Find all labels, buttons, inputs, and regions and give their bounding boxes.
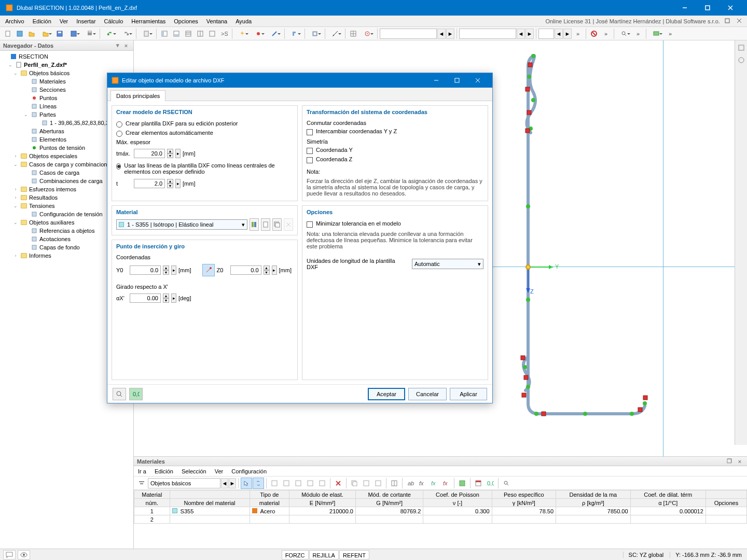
panel3-icon[interactable]	[183, 28, 194, 39]
sc-next-icon[interactable]: ►	[563, 29, 572, 39]
side-tool-1-icon[interactable]	[736, 43, 746, 53]
status-toggle-forzc[interactable]: FORZC	[282, 550, 309, 559]
status-msg-icon[interactable]	[3, 550, 16, 559]
dialog-maximize-icon[interactable]	[447, 73, 467, 88]
bp-cat-next-icon[interactable]: ►	[229, 478, 236, 488]
point-tool-icon[interactable]	[251, 28, 266, 39]
help-icon[interactable]	[113, 388, 126, 400]
undo-icon[interactable]	[102, 28, 118, 39]
bp-menu-selección[interactable]: Selección	[177, 466, 211, 476]
mat-new-icon[interactable]	[261, 218, 270, 231]
menu-archivo[interactable]: Archivo	[1, 16, 29, 26]
mat-lib-icon[interactable]	[250, 218, 259, 231]
bp-delete-icon[interactable]	[333, 478, 344, 489]
more2-icon[interactable]: »	[632, 28, 644, 39]
status-eye-icon[interactable]	[18, 550, 30, 559]
bp-copy-icon[interactable]	[349, 478, 360, 489]
dialog-close-icon[interactable]	[467, 73, 488, 88]
more3-icon[interactable]: »	[665, 28, 676, 39]
minimize-button[interactable]	[673, 0, 696, 16]
bp-font-icon[interactable]: ab	[405, 478, 416, 489]
nav-pin-icon[interactable]: ▾	[114, 41, 122, 50]
bp-t4-icon[interactable]	[305, 478, 316, 489]
maximize-button[interactable]	[696, 0, 719, 16]
bp-units-icon[interactable]: 0,00	[485, 478, 496, 489]
menu-herramientas[interactable]: Herramientas	[127, 16, 170, 26]
radio-template[interactable]: Crear plantilla DXF para su edición post…	[116, 120, 293, 128]
check-sym-z[interactable]: Coordenada Z	[307, 156, 483, 163]
status-toggle-rejilla[interactable]: REJILLA	[309, 550, 339, 559]
material-combo[interactable]: 1 - S355 | Isótropo | Elástico lineal ▾	[116, 219, 247, 230]
bp-menu-edición[interactable]: Edición	[150, 466, 177, 476]
y0-slider-icon[interactable]: ▸	[171, 265, 176, 275]
bp-cal-icon[interactable]	[473, 478, 484, 489]
y0-down-icon[interactable]: ▼	[163, 270, 169, 275]
bp-layout-icon[interactable]	[389, 478, 400, 489]
bp-sync-icon[interactable]	[253, 478, 264, 489]
bp-fx-icon[interactable]: fx	[417, 478, 428, 489]
menu-cálculo[interactable]: Cálculo	[100, 16, 128, 26]
y0-up-icon[interactable]: ▲	[163, 265, 169, 270]
settings-icon[interactable]	[14, 28, 25, 39]
t-input[interactable]	[134, 179, 165, 188]
bp-t3-icon[interactable]	[293, 478, 304, 489]
bp-t7-icon[interactable]	[372, 478, 384, 489]
lc-prev-icon[interactable]: ◄	[437, 29, 446, 39]
ax-slider-icon[interactable]: ▸	[171, 293, 176, 303]
print-icon[interactable]	[82, 28, 98, 39]
panel1-icon[interactable]	[159, 28, 170, 39]
bp-t5-icon[interactable]	[316, 478, 328, 489]
measure-tool-icon[interactable]	[327, 28, 343, 39]
z0-slider-icon[interactable]: ▸	[272, 265, 277, 275]
dialog-minimize-icon[interactable]	[426, 73, 447, 88]
y0-input[interactable]	[130, 265, 161, 275]
bp-fx3-icon[interactable]: fx	[440, 478, 452, 489]
bp-t1-icon[interactable]	[269, 478, 280, 489]
bp-menu-ver[interactable]: Ver	[211, 466, 228, 476]
res-prev-icon[interactable]: ◄	[517, 29, 525, 39]
menu-ventana[interactable]: Ventana	[202, 16, 231, 26]
tmax-up-icon[interactable]: ▲	[167, 149, 173, 153]
z0-input[interactable]	[230, 265, 261, 275]
menu-ayuda[interactable]: Ayuda	[231, 16, 256, 26]
bp-export-icon[interactable]	[457, 478, 468, 489]
materials-grid[interactable]: MaterialTipo deMódulo de elast.Mód. de c…	[134, 490, 747, 549]
opening-tool-icon[interactable]	[307, 28, 323, 39]
side-tool-2-icon[interactable]	[736, 55, 746, 65]
bp-restore-icon[interactable]: ❐	[725, 457, 734, 466]
script-icon[interactable]: >SC	[218, 28, 230, 39]
t-up-icon[interactable]: ▲	[167, 179, 173, 184]
bp-fx2-icon[interactable]: fx	[428, 478, 440, 489]
t-down-icon[interactable]: ▼	[167, 184, 173, 188]
open-icon[interactable]	[26, 28, 37, 39]
bp-menu-configuración[interactable]: Configuración	[227, 466, 271, 476]
check-min-tolerance[interactable]: Minimizar tolerancia en el modelo	[307, 220, 483, 228]
mdi-restore-icon[interactable]	[723, 16, 732, 25]
zoom-tool-icon[interactable]	[616, 28, 632, 39]
cancel-button[interactable]: Cancelar	[408, 388, 447, 400]
bp-t6-icon[interactable]	[361, 478, 372, 489]
more-icon[interactable]: »	[600, 28, 612, 39]
nav-close-icon[interactable]: ×	[122, 41, 130, 50]
table-row[interactable]: 1S355Acero210000.080769.20.30078.507850.…	[134, 507, 747, 515]
menu-opciones[interactable]: Opciones	[170, 16, 202, 26]
tmax-slider-icon[interactable]: ▸	[175, 149, 181, 158]
table-row[interactable]: 2	[134, 515, 747, 524]
sc-prev-icon[interactable]: ◄	[555, 29, 563, 39]
panel5-icon[interactable]	[206, 28, 218, 39]
t-slider-icon[interactable]: ▸	[175, 179, 181, 188]
line-tool-icon[interactable]	[267, 28, 282, 39]
bp-menu-ir-a[interactable]: Ir a	[134, 466, 150, 476]
tmax-input[interactable]	[134, 149, 165, 158]
mat-copy-icon[interactable]	[272, 218, 282, 231]
pick-point-icon[interactable]	[202, 264, 215, 276]
bp-filter-icon[interactable]	[136, 478, 147, 489]
tab-main-data[interactable]: Datos principales	[110, 90, 165, 101]
calc-icon[interactable]	[139, 28, 154, 39]
apply-button[interactable]: Aplicar	[450, 388, 487, 400]
z0-down-icon[interactable]: ▼	[264, 270, 270, 275]
ax-up-icon[interactable]: ▲	[163, 293, 169, 298]
menu-insertar[interactable]: Insertar	[72, 16, 100, 26]
ax-input[interactable]	[130, 293, 161, 303]
tree-node[interactable]: RSECTION	[0, 52, 133, 61]
